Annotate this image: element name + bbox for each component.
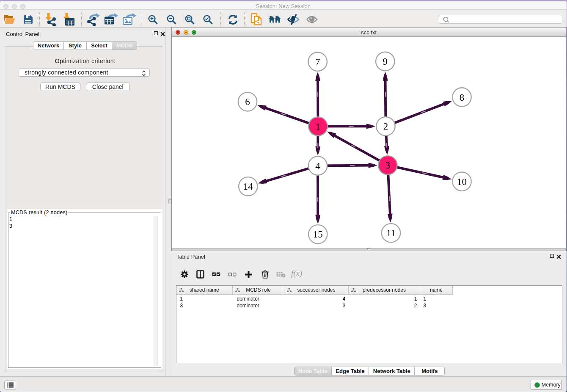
svg-text:14: 14	[243, 181, 253, 192]
svg-text:7: 7	[315, 57, 320, 67]
svg-text:10: 10	[457, 177, 467, 187]
svg-text:6: 6	[245, 97, 250, 107]
svg-text:8: 8	[459, 92, 464, 103]
svg-text:11: 11	[386, 228, 395, 238]
svg-text:2: 2	[383, 121, 388, 132]
svg-text:4: 4	[315, 161, 320, 171]
svg-text:3: 3	[385, 160, 390, 171]
svg-text:9: 9	[383, 56, 388, 67]
svg-text:1: 1	[315, 121, 320, 132]
svg-text:15: 15	[313, 229, 322, 240]
